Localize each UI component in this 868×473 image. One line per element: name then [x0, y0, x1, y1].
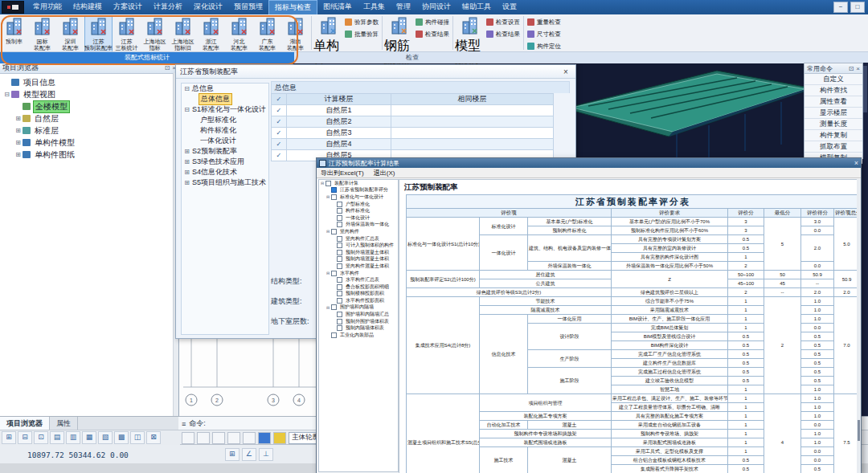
- result-tree-竖向构件汇总表[interactable]: 竖向构件汇总表: [319, 235, 398, 243]
- draw-tool-icon-2[interactable]: [212, 432, 225, 444]
- dialog1-tree-S5项目组织与施工技术[interactable]: ⊞S5项目组织与施工技术: [182, 177, 268, 188]
- quick-command-显示楼层[interactable]: 显示楼层: [805, 108, 862, 119]
- minimize-button[interactable]: −: [833, 2, 848, 13]
- expand-icon[interactable]: ⊞: [183, 169, 190, 176]
- tree-checkbox[interactable]: [337, 243, 342, 248]
- check-all[interactable]: ✓: [272, 94, 287, 105]
- sidebar-item-模型视图[interactable]: ⊟模型视图: [3, 88, 178, 100]
- ribbon-button-浙江装配率[interactable]: 浙江装配率: [197, 15, 225, 52]
- sidebar-item-单构件模型[interactable]: ⊞单构件模型: [3, 137, 178, 149]
- tree-checkbox[interactable]: [337, 222, 342, 227]
- status-toggle-2[interactable]: ⊥: [259, 448, 273, 461]
- tree-checkbox[interactable]: [331, 229, 337, 234]
- floor-checkbox[interactable]: ✓: [272, 150, 287, 161]
- expand-icon[interactable]: ⊞: [183, 158, 190, 165]
- floor-checkbox[interactable]: ✓: [272, 116, 287, 128]
- ribbon-button-检查设置[interactable]: 检查设置: [485, 17, 522, 27]
- result-tree-围护墙和内隔墙[interactable]: ⊟围护墙和内隔墙: [319, 304, 398, 312]
- tab-计算分析[interactable]: 计算分析: [148, 0, 188, 14]
- window-tool-icon-3[interactable]: ▤: [50, 431, 64, 444]
- tree-checkbox[interactable]: [337, 250, 342, 255]
- tab-工具集[interactable]: 工具集: [358, 0, 391, 14]
- expand-icon[interactable]: ⊞: [183, 148, 190, 155]
- collapse-icon[interactable]: ⊟: [320, 181, 325, 186]
- draw-tool-icon-0[interactable]: [182, 432, 194, 444]
- tab-协同设计[interactable]: 协同设计: [416, 0, 457, 14]
- ribbon-button-单构件验算[interactable]: 单构件验算: [313, 15, 343, 51]
- floor-name[interactable]: 自然层2: [286, 116, 391, 128]
- tree-checkbox[interactable]: [326, 181, 331, 186]
- window-tool-icon-0[interactable]: ⊞: [2, 431, 16, 444]
- dock-tab-项目浏览器[interactable]: 项目浏览器: [0, 417, 50, 430]
- result-tree-一体化设计[interactable]: 一体化设计: [319, 214, 398, 222]
- sidebar-item-标准层[interactable]: ⊞标准层: [3, 124, 178, 137]
- sidebar-item-项目信息[interactable]: 项目信息: [3, 76, 178, 88]
- tab-深化设计[interactable]: 深化设计: [188, 0, 228, 14]
- ribbon-button-深圳装配率[interactable]: 深圳装配率: [56, 15, 84, 52]
- result-tree-预制外围护墙体积表[interactable]: 预制外围护墙体积表: [319, 318, 398, 325]
- tab-管理[interactable]: 管理: [391, 0, 416, 14]
- ribbon-button-验算参数[interactable]: 验算参数: [343, 17, 380, 27]
- expand-icon[interactable]: ⊞: [14, 127, 22, 134]
- quick-command-自定义[interactable]: 自定义: [805, 74, 862, 85]
- tab-指标与检查[interactable]: 指标与检查: [268, 0, 317, 14]
- ribbon-button-尺寸检查[interactable]: 尺寸检查: [526, 29, 563, 39]
- quick-command-构件查找[interactable]: 构件查找: [805, 85, 862, 96]
- ribbon-button-批量验算[interactable]: 批量验算: [343, 29, 380, 39]
- prefab-group-label[interactable]: 装配式指标统计: [0, 52, 294, 63]
- ribbon-button-检查结果[interactable]: 检查结果: [485, 29, 522, 39]
- ribbon-button-国标装配率[interactable]: 国标装配率: [28, 15, 56, 52]
- collapse-icon[interactable]: ⊟: [3, 91, 10, 98]
- pin-icon[interactable]: ⊡: [849, 65, 854, 72]
- sidebar-item-全楼模型[interactable]: 全楼模型: [3, 100, 178, 112]
- tree-checkbox[interactable]: [337, 277, 342, 283]
- result-tree-标准化与一体化设计[interactable]: ⊟标准化与一体化设计: [319, 194, 398, 201]
- quick-command-抓取布置[interactable]: 抓取布置: [805, 141, 862, 153]
- floor-checkbox[interactable]: ✓: [272, 105, 287, 116]
- tree-checkbox[interactable]: [337, 263, 342, 269]
- ribbon-button-广东装配率[interactable]: 广东装配率: [253, 15, 281, 52]
- result-scrollbar[interactable]: [857, 179, 861, 473]
- close-icon[interactable]: ×: [856, 65, 860, 72]
- window-tool-icon-7[interactable]: ▩: [114, 431, 129, 444]
- result-tree-竖向构件[interactable]: ⊟竖向构件: [319, 228, 398, 235]
- sidebar-item-单构件图纸[interactable]: ⊞单构件图纸: [3, 149, 178, 161]
- status-toggle-0[interactable]: ⊞: [225, 448, 240, 461]
- draw-tool-icon-4[interactable]: [243, 432, 256, 444]
- tree-checkbox[interactable]: [337, 319, 342, 324]
- same-floor-value[interactable]: [391, 128, 554, 139]
- result-tree-预制内隔墙体积表[interactable]: 预制内隔墙体积表: [319, 324, 398, 332]
- draw-tool-icon-1[interactable]: [197, 432, 210, 444]
- tree-checkbox[interactable]: [331, 332, 337, 338]
- collapse-icon[interactable]: ⊟: [326, 271, 330, 275]
- ribbon-button-预制率[interactable]: 预制率: [0, 15, 28, 52]
- color-tool-icon-1[interactable]: [273, 432, 286, 444]
- menu-item-导出到Excel(T)[interactable]: 导出到Excel(T): [321, 169, 364, 177]
- result-tree-水平构件投影面积[interactable]: 水平构件投影面积: [319, 297, 398, 304]
- result-tree-构件标准化[interactable]: 构件标准化: [319, 207, 398, 214]
- result-tree-预制楼梯投影面积[interactable]: 预制楼梯投影面积: [319, 291, 398, 298]
- dialog1-tree-S1标准化与一体化设计[interactable]: ⊟S1标准化与一体化设计: [182, 104, 268, 115]
- quick-command-属性查看[interactable]: 属性查看: [805, 96, 862, 108]
- result-tree-江苏省预制装配率评分[interactable]: 江苏省预制装配率评分: [319, 187, 398, 194]
- dialog1-tree-户型标准化[interactable]: 户型标准化: [182, 115, 268, 125]
- window-tool-icon-9[interactable]: ⊠: [146, 431, 161, 444]
- result-tree-围护墙和内隔墙汇总[interactable]: 围护墙和内隔墙汇总: [319, 311, 398, 318]
- tab-辅助工具[interactable]: 辅助工具: [457, 0, 497, 14]
- menu-item-退出(X)[interactable]: 退出(X): [374, 169, 395, 177]
- dialog1-tree-S3绿色技术应用[interactable]: ⊞S3绿色技术应用: [182, 157, 268, 167]
- collapse-icon[interactable]: ⊟: [326, 194, 330, 199]
- tab-方案设计[interactable]: 方案设计: [108, 0, 148, 14]
- result-tree-工业化内装部品[interactable]: 工业化内装部品: [319, 332, 398, 339]
- result-tree-预制外墙混凝土体积[interactable]: 预制外墙混凝土体积: [319, 249, 398, 256]
- draw-tool-icon-3[interactable]: [227, 432, 240, 444]
- ribbon-button-江苏预制装配率[interactable]: 江苏预制装配率: [84, 15, 113, 52]
- tree-checkbox[interactable]: [331, 271, 337, 276]
- window-tool-icon-4[interactable]: ▥: [66, 431, 80, 444]
- window-tool-icon-6[interactable]: ▧: [98, 431, 113, 444]
- window-tool-icon-8[interactable]: ◫: [130, 431, 145, 444]
- tree-checkbox[interactable]: [337, 208, 342, 214]
- tree-checkbox[interactable]: [331, 187, 337, 193]
- expand-icon[interactable]: ⊞: [14, 139, 22, 146]
- ribbon-button-模型参数检查[interactable]: 模型参数检查: [455, 15, 485, 51]
